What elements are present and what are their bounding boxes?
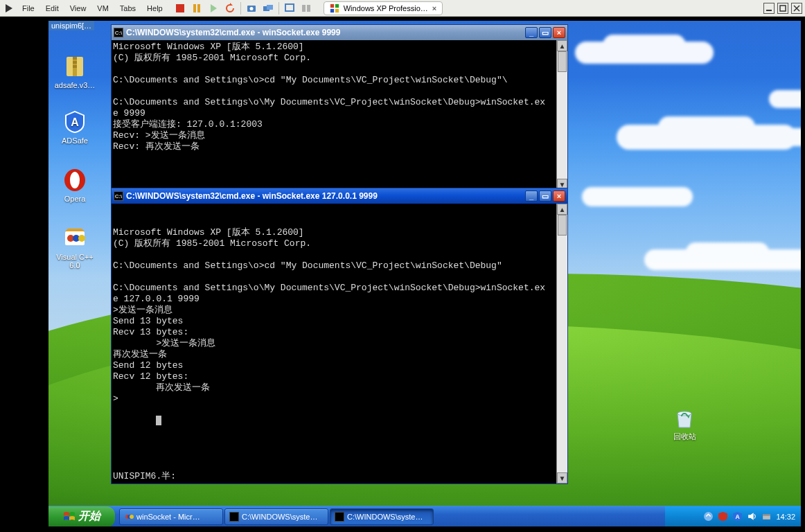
restart-icon[interactable] [224,2,236,15]
unity-icon[interactable] [300,2,312,15]
host-maximize-icon[interactable] [777,3,788,14]
scrollbar[interactable]: ▲ ▼ [556,204,567,484]
close-button[interactable]: × [553,27,565,38]
svg-rect-9 [267,5,273,10]
vm-start-icon[interactable] [3,2,15,15]
menu-help[interactable]: Help [143,2,167,15]
host-menubar: File Edit View VM Tabs Help Windows XP P… [0,0,805,17]
svg-rect-11 [302,5,306,12]
svg-rect-18 [780,6,786,11]
svg-rect-12 [307,5,310,12]
menu-edit[interactable]: Edit [42,2,63,15]
svg-rect-10 [285,4,294,11]
tray-shield-icon[interactable] [718,511,728,522]
cmd-window-client[interactable]: C:\ C:\WINDOWS\system32\cmd.exe - winSoc… [111,188,568,484]
svg-rect-2 [193,4,196,12]
svg-point-30 [78,235,85,242]
ime-floating-bar[interactable]: unispim6[… [48,21,94,30]
cmd-icon: C:\ [114,191,123,201]
menu-view[interactable]: View [66,2,91,15]
desktop-icon-adsafe-zip[interactable]: adsafe.v3… [48,54,101,89]
tray-clock[interactable]: 14:32 [776,513,795,521]
maximize-button[interactable]: ▭ [539,190,551,202]
svg-point-7 [249,7,253,10]
taskbar-button[interactable]: C:\WINDOWS\syste… [224,508,328,525]
svg-point-36 [705,512,714,521]
svg-rect-22 [73,61,77,64]
svg-rect-16 [335,8,339,12]
host-close-icon[interactable] [791,3,802,14]
tray-volume-icon[interactable] [747,511,757,522]
taskbar-buttons: winSocket - Micr…C:\WINDOWS\syste…C:\WIN… [119,508,665,525]
svg-rect-17 [766,10,772,11]
svg-marker-4 [211,4,217,12]
stop-icon[interactable] [174,2,186,15]
desktop-icon-recycle-bin[interactable]: 回收站 [658,405,711,441]
host-minimize-icon[interactable] [763,3,775,14]
taskbar-button-label: winSocket - Micr… [136,513,200,521]
svg-text:A: A [736,513,740,520]
windows-flag-icon [63,511,76,523]
svg-rect-23 [73,65,77,68]
cmd-icon [335,512,344,522]
snapshot-icon[interactable] [245,2,258,15]
play-icon[interactable] [207,2,220,15]
titlebar[interactable]: C:\ C:\WINDOWS\system32\cmd.exe - winSoc… [112,188,567,204]
visual-cpp-icon [124,512,134,522]
desktop-icon-label: ADSafe [48,136,101,145]
desktop-icon-label: adsafe.v3… [48,81,101,89]
taskbar-button[interactable]: winSocket - Micr… [119,508,223,525]
svg-rect-15 [330,8,334,12]
terminal-cursor [156,416,161,425]
svg-rect-40 [763,514,771,515]
scroll-up-icon[interactable]: ▲ [557,204,567,215]
tray-toggle-icon[interactable] [703,511,714,522]
menu-vm[interactable]: VM [93,2,113,15]
archive-icon [62,54,87,79]
svg-marker-5 [230,3,233,6]
svg-rect-21 [73,57,77,60]
start-label: 开始 [78,509,100,524]
menu-tabs[interactable]: Tabs [116,2,140,15]
scroll-down-icon[interactable]: ▼ [557,472,567,484]
window-title: C:\WINDOWS\system32\cmd.exe - winSocket.… [126,28,522,37]
desktop-icon-visual-cpp[interactable]: Visual C++ 6.0 [48,226,101,269]
vm-tab[interactable]: Windows XP Professio… × [324,1,443,15]
svg-rect-14 [335,3,339,7]
start-button[interactable]: 开始 [48,506,115,527]
recycle-bin-icon [672,405,697,430]
pause-icon[interactable] [191,2,203,15]
minimize-button[interactable]: _ [525,27,538,38]
desktop-icon-label: Opera [48,195,101,203]
system-tray[interactable]: A 14:32 [665,506,801,527]
vm-tab-close-icon[interactable]: × [432,4,436,12]
titlebar[interactable]: C:\ C:\WINDOWS\system32\cmd.exe - winSoc… [112,25,567,40]
scroll-up-icon[interactable]: ▲ [557,40,567,51]
fullscreen-icon[interactable] [283,2,296,15]
snapshot-manager-icon[interactable] [262,2,274,15]
close-button[interactable]: × [553,190,565,202]
desktop-icon-opera[interactable]: Opera [48,168,101,203]
svg-rect-3 [197,4,200,12]
taskbar-button[interactable]: C:\WINDOWS\syste… [330,508,434,525]
svg-rect-1 [176,4,184,12]
minimize-button[interactable]: _ [525,190,538,202]
menu-file[interactable]: File [18,2,39,15]
guest-desktop[interactable]: unispim6[… adsafe.v3… A ADSafe Opera Vis… [48,21,801,526]
desktop-icon-label: 回收站 [658,432,711,441]
tray-adsafe-icon[interactable]: A [732,511,743,522]
cmd-window-server[interactable]: C:\ C:\WINDOWS\system32\cmd.exe - winSoc… [111,24,568,190]
windows-flag-icon [330,3,339,13]
svg-marker-0 [6,4,12,12]
maximize-button[interactable]: ▭ [539,27,551,38]
desktop-icon-adsafe[interactable]: A ADSafe [48,109,101,145]
terminal-output[interactable]: Microsoft Windows XP [版本 5.1.2600] (C) 版… [112,40,556,190]
scrollbar[interactable]: ▲ ▼ [556,40,567,190]
taskbar: 开始 winSocket - Micr…C:\WINDOWS\syste…C:\… [48,506,801,526]
tray-disk-icon[interactable] [761,511,772,522]
desktop-icon-label: Visual C++ 6.0 [48,253,101,269]
terminal-output[interactable]: Microsoft Windows XP [版本 5.1.2600] (C) 版… [112,204,556,484]
svg-rect-13 [330,3,334,7]
opera-icon [62,168,87,193]
host-toolbar [174,2,312,15]
